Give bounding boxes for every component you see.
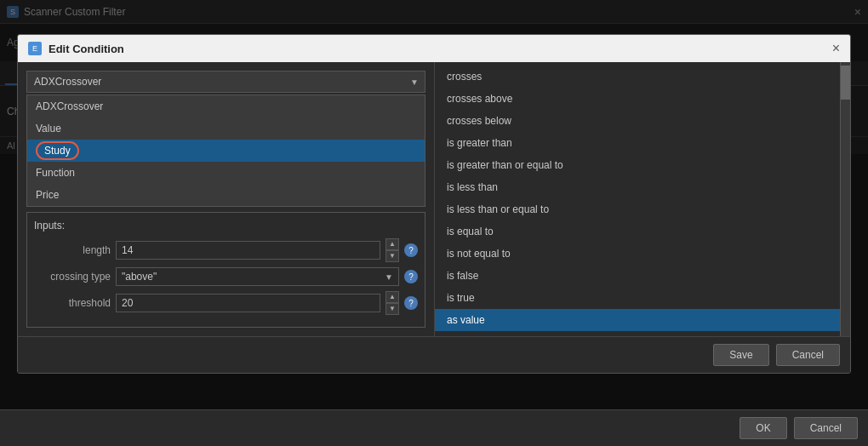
condition-crosses-below[interactable]: crosses below (435, 110, 840, 132)
dialog-header: E Edit Condition × (18, 35, 850, 62)
conditions-scrollbar-thumb[interactable] (841, 66, 851, 100)
dropdown-list: ADXCrossover Value Study Function Price (26, 94, 425, 207)
save-button[interactable]: Save (713, 344, 768, 366)
length-input[interactable] (116, 241, 380, 260)
dropdown-option-value[interactable]: Value (27, 117, 425, 140)
dialog-footer: Save Cancel (18, 336, 850, 373)
threshold-help-icon[interactable]: ? (404, 296, 418, 310)
threshold-label: threshold (34, 297, 111, 309)
dropdown-option-price[interactable]: Price (27, 184, 425, 206)
condition-is-less-than-or-equal-to[interactable]: is less than or equal to (435, 198, 840, 220)
condition-is-true[interactable]: is true (435, 287, 840, 309)
crossing-dropdown-arrow-icon: ▼ (385, 272, 393, 282)
dialog-header-icon: E (28, 42, 42, 55)
crossing-type-dropdown[interactable]: "above" ▼ (116, 267, 399, 286)
condition-as-value[interactable]: as value (435, 309, 840, 331)
inputs-section: Inputs: length ▲ ▼ ? crossing type (26, 212, 425, 328)
input-row-length: length ▲ ▼ ? (34, 238, 418, 262)
edit-condition-dialog: E Edit Condition × ADXCrossover ▼ ADXC (17, 34, 851, 374)
conditions-scrollbar[interactable] (840, 62, 850, 336)
ok-button[interactable]: OK (740, 417, 786, 439)
dropdown-option-adxcrossover[interactable]: ADXCrossover (27, 95, 425, 117)
condition-is-less-than[interactable]: is less than (435, 176, 840, 198)
crossing-type-label: crossing type (34, 271, 111, 283)
condition-is-greater-than-or-equal-to[interactable]: is greater than or equal to (435, 154, 840, 176)
condition-crosses[interactable]: crosses (435, 66, 840, 88)
length-help-icon[interactable]: ? (404, 243, 418, 257)
inputs-label: Inputs: (34, 220, 418, 232)
main-dropdown-container: ADXCrossover ▼ ADXCrossover Value Study (26, 71, 425, 93)
input-row-threshold: threshold ▲ ▼ ? (34, 291, 418, 315)
modal-overlay: E Edit Condition × ADXCrossover ▼ ADXC (0, 0, 868, 446)
length-decrement-button[interactable]: ▼ (385, 250, 399, 262)
input-row-crossing-type: crossing type "above" ▼ ? (34, 267, 418, 286)
threshold-decrement-button[interactable]: ▼ (385, 303, 399, 315)
right-panel: crosses crosses above crosses below is g… (435, 62, 850, 336)
threshold-input[interactable] (116, 294, 380, 312)
condition-crosses-above[interactable]: crosses above (435, 88, 840, 110)
condition-is-greater-than[interactable]: is greater than (435, 132, 840, 154)
dropdown-option-function[interactable]: Function (27, 162, 425, 184)
crossing-type-help-icon[interactable]: ? (404, 270, 418, 283)
dropdown-option-study[interactable]: Study (27, 140, 425, 162)
cancel-button[interactable]: Cancel (794, 417, 858, 439)
length-stepper: ▲ ▼ (385, 238, 399, 262)
threshold-stepper: ▲ ▼ (385, 291, 399, 315)
left-panel: ADXCrossover ▼ ADXCrossover Value Study (18, 62, 435, 336)
dialog-body: ADXCrossover ▼ ADXCrossover Value Study (18, 62, 850, 336)
dialog-close-button[interactable]: × (832, 42, 840, 55)
dialog-header-left: E Edit Condition (28, 42, 124, 55)
condition-is-false[interactable]: is false (435, 265, 840, 287)
length-increment-button[interactable]: ▲ (385, 238, 399, 250)
bottom-bar: OK Cancel (0, 409, 868, 446)
condition-is-equal-to[interactable]: is equal to (435, 220, 840, 243)
conditions-list: crosses crosses above crosses below is g… (435, 62, 840, 336)
dialog-title: Edit Condition (49, 43, 124, 55)
threshold-increment-button[interactable]: ▲ (385, 291, 399, 303)
condition-is-not-equal-to[interactable]: is not equal to (435, 243, 840, 265)
length-label: length (34, 244, 111, 256)
dialog-cancel-button[interactable]: Cancel (776, 344, 840, 366)
main-dropdown[interactable]: ADXCrossover (26, 71, 425, 93)
